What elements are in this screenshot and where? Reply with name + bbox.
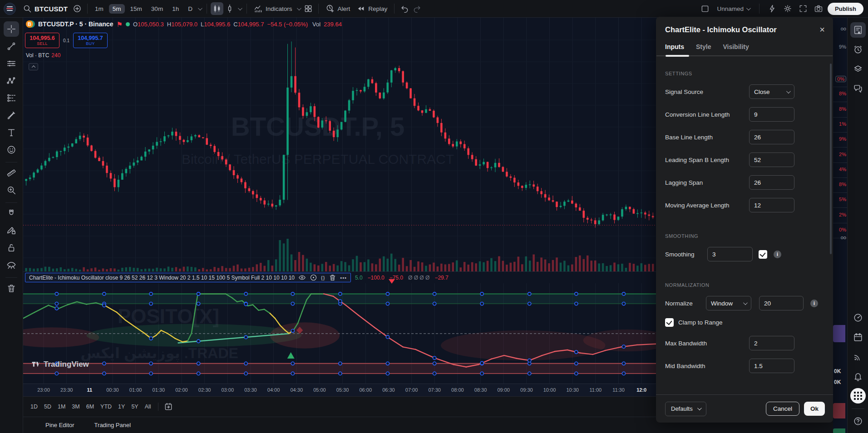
range-ytd[interactable]: YTD [97, 402, 115, 412]
tool-remove-drawings[interactable] [4, 280, 19, 296]
sidebar-apps[interactable] [850, 388, 866, 403]
moving-average-length-input[interactable] [749, 198, 794, 212]
user-avatar[interactable] [4, 3, 16, 15]
undo-button[interactable] [398, 2, 411, 15]
candlestick-chart[interactable]: BTCUSDT.P, 5Bitcoin / TetherUS PERPETUAL… [23, 18, 656, 271]
interval-D[interactable]: D [184, 4, 196, 14]
chart-type-candles-button[interactable] [211, 2, 223, 15]
sidebar-chat[interactable] [850, 81, 866, 96]
tool-xabcd-pattern[interactable] [4, 73, 19, 89]
range-1y[interactable]: 1Y [115, 402, 128, 412]
fullscreen-button[interactable] [797, 2, 809, 15]
leading-span-b-length-input[interactable] [749, 153, 794, 167]
layout-name-button[interactable]: Unnamed [714, 4, 753, 14]
buy-fragment[interactable] [833, 428, 845, 433]
sidebar-screener[interactable] [850, 310, 866, 325]
delete-icon[interactable] [329, 274, 336, 281]
more-options-icon[interactable]: ••• [340, 275, 347, 280]
flag-icon[interactable]: ⚑ [116, 21, 122, 28]
mid-bandwidth-input[interactable] [749, 359, 794, 373]
tool-trend-line[interactable] [4, 39, 19, 54]
range-1m[interactable]: 1M [54, 402, 69, 412]
tool-drawing-lock[interactable] [4, 223, 19, 238]
normalize-select[interactable]: Window [706, 296, 751, 310]
price-scale[interactable]: oo9%0%8%8%1%9%2%4%8%5%2%0%oo0K0K [833, 18, 847, 433]
range-6m[interactable]: 6M [83, 402, 97, 412]
dialog-scrollbar[interactable] [830, 64, 832, 254]
time-axis[interactable]: 23:0023:301100:3001:0001:3002:0002:3003:… [23, 384, 656, 396]
symbol-search-button[interactable]: BTCUSDT [20, 2, 71, 15]
sidebar-watchlist[interactable] [850, 22, 866, 38]
dialog-tab-style[interactable]: Style [696, 43, 711, 50]
buy-button[interactable]: 104,995.7 BUY [73, 33, 108, 48]
eye-icon[interactable] [298, 274, 306, 281]
interval-5m[interactable]: 5m [109, 4, 125, 14]
tool-hide-drawings[interactable] [4, 257, 19, 273]
interval-chevron[interactable] [196, 7, 203, 10]
sidebar-streams[interactable] [850, 349, 866, 364]
normalize-input[interactable] [759, 296, 804, 310]
chart-type-chevron[interactable] [236, 7, 243, 10]
replay-button[interactable]: Replay [353, 2, 390, 15]
tool-crosshair[interactable] [4, 21, 19, 37]
tool-magnet[interactable] [4, 206, 19, 221]
tab-trading-panel[interactable]: Trading Panel [94, 422, 131, 428]
cancel-button[interactable]: Cancel [766, 402, 799, 416]
redo-button[interactable] [411, 2, 424, 15]
tool-emoji[interactable] [4, 142, 19, 157]
chart-settings-button[interactable] [781, 2, 794, 15]
publish-button[interactable]: Publish [828, 3, 863, 15]
interval-1h[interactable]: 1h [168, 4, 182, 14]
interval-30m[interactable]: 30m [148, 4, 167, 14]
lagging-span-input[interactable] [749, 175, 794, 190]
legend-collapse-button[interactable] [29, 63, 38, 70]
tool-zoom-in[interactable] [4, 182, 19, 198]
range-all[interactable]: All [142, 402, 154, 412]
smoothing-checkbox[interactable] [759, 250, 767, 259]
indicator-title[interactable]: ChartElite - Ichimoku Oscillator close 9… [29, 275, 295, 281]
base-line-length-input[interactable] [749, 130, 794, 144]
indicators-chevron[interactable] [295, 7, 302, 10]
indicator-templates-button[interactable] [302, 2, 315, 15]
short-position-fragment[interactable] [833, 403, 845, 418]
indicator-legend-box[interactable]: ChartElite - Ichimoku Oscillator close 9… [25, 273, 351, 282]
snapshot-button[interactable] [812, 2, 825, 15]
range-5d[interactable]: 5D [41, 402, 54, 412]
sell-button[interactable]: 104,995.6 SELL [25, 33, 59, 48]
tool-lock-all[interactable] [4, 240, 19, 256]
ok-button[interactable]: Ok [804, 402, 825, 416]
tool-forecast[interactable] [4, 90, 19, 106]
chart-type-hollow-button[interactable] [223, 2, 236, 15]
layout-button[interactable] [699, 2, 711, 15]
tab-pine-editor[interactable]: Pine Editor [45, 422, 74, 428]
interval-1m[interactable]: 1m [91, 4, 107, 14]
sidebar-notifications[interactable] [850, 369, 866, 384]
indicators-button[interactable]: Indicators [251, 2, 296, 15]
clamp-to-range-checkbox[interactable] [665, 318, 674, 327]
interval-15m[interactable]: 15m [127, 4, 146, 14]
conversion-line-length-input[interactable] [749, 107, 794, 122]
defaults-button[interactable]: Defaults [665, 402, 706, 416]
compare-add-button[interactable] [71, 2, 84, 15]
dialog-tab-inputs[interactable]: Inputs [665, 43, 684, 50]
sidebar-economic-calendar[interactable] [850, 330, 866, 345]
sidebar-alerts[interactable] [850, 42, 866, 57]
volume-legend[interactable]: Vol · BTC240 [26, 52, 60, 59]
go-to-date-button[interactable] [162, 400, 175, 413]
tool-text-tool[interactable] [4, 125, 19, 140]
tool-brush[interactable] [4, 108, 19, 123]
quick-actions-button[interactable] [766, 2, 779, 15]
indicator-settings-icon[interactable] [310, 274, 317, 281]
sidebar-object-tree[interactable] [850, 61, 866, 77]
sidebar-help[interactable] [850, 413, 866, 429]
range-1d[interactable]: 1D [27, 402, 41, 412]
source-code-icon[interactable]: {} [321, 275, 325, 280]
max-bandwidth-input[interactable] [749, 336, 794, 350]
tool-ruler[interactable] [4, 165, 19, 181]
long-position-fragment[interactable] [833, 325, 845, 342]
range-5y[interactable]: 5Y [128, 402, 141, 412]
tool-horizontal-lines[interactable] [4, 56, 19, 71]
alert-button[interactable]: Alert [322, 2, 353, 15]
chart-legend[interactable]: B BTCUSDT.P · 5 · Binance ⚑ O105,050.3H1… [26, 20, 342, 28]
dialog-tab-visibility[interactable]: Visibility [723, 43, 749, 50]
